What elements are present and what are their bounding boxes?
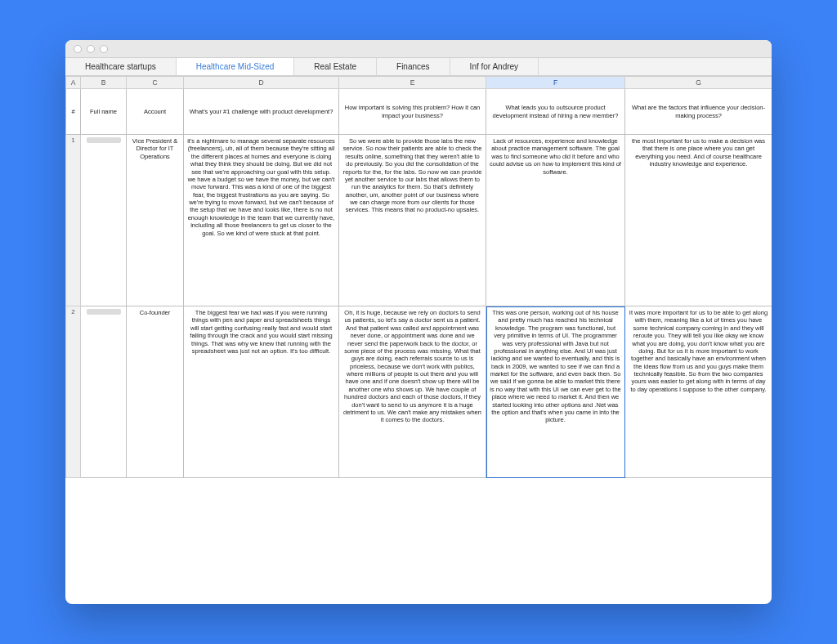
cell-q3[interactable]: This was one person, working out of his … — [486, 306, 625, 478]
app-window: Healthcare startups Healthcare Mid-Sized… — [65, 40, 772, 604]
tab-healthcare-startups[interactable]: Healthcare startups — [65, 58, 177, 75]
tab-real-estate[interactable]: Real Estate — [294, 58, 377, 75]
header-q1[interactable]: What's your #1 challenge with product de… — [184, 89, 339, 135]
header-q4[interactable]: What are the factors that influence your… — [625, 89, 772, 135]
sheet-tabs: Healthcare startups Healthcare Mid-Sized… — [65, 58, 772, 76]
col-header-a[interactable]: A — [66, 77, 81, 89]
column-header-row: A B C D E F G — [66, 77, 772, 89]
grid-table: A B C D E F G # Full name Account What's… — [65, 76, 772, 478]
table-row: 2 Co-founder The biggest fear we had was… — [66, 306, 772, 478]
cell-fullname[interactable] — [81, 135, 127, 306]
col-header-e[interactable]: E — [339, 77, 486, 89]
header-q3[interactable]: What leads you to outsource product deve… — [486, 89, 625, 135]
header-fullname[interactable]: Full name — [81, 89, 127, 135]
field-header-row: # Full name Account What's your #1 chall… — [66, 89, 772, 135]
cell-account[interactable]: Vice President & Director for IT Operati… — [127, 135, 184, 306]
window-titlebar — [65, 40, 772, 58]
header-num[interactable]: # — [66, 89, 81, 135]
col-header-b[interactable]: B — [81, 77, 127, 89]
cell-q1[interactable]: The biggest fear we had was if you were … — [184, 306, 339, 478]
col-header-f[interactable]: F — [486, 77, 625, 89]
cell-q2[interactable]: Oh, it is huge, because we rely on docto… — [339, 306, 486, 478]
redacted-name — [87, 137, 121, 143]
close-icon[interactable] — [74, 45, 82, 53]
cell-q1[interactable]: it's a nightmare to manage several separ… — [184, 135, 339, 306]
col-header-d[interactable]: D — [184, 77, 339, 89]
header-q2[interactable]: How important is solving this problem? H… — [339, 89, 486, 135]
table-row: 1 Vice President & Director for IT Opera… — [66, 135, 772, 306]
maximize-icon[interactable] — [100, 45, 108, 53]
redacted-name — [87, 309, 121, 315]
tab-inf-for-andrey[interactable]: Inf for Andrey — [450, 58, 539, 75]
spreadsheet-grid[interactable]: A B C D E F G # Full name Account What's… — [65, 76, 772, 604]
header-account[interactable]: Account — [127, 89, 184, 135]
cell-q3[interactable]: Lack of resources, experience and knowle… — [486, 135, 625, 306]
minimize-icon[interactable] — [87, 45, 95, 53]
tab-finances[interactable]: Finances — [377, 58, 450, 75]
cell-account[interactable]: Co-founder — [127, 306, 184, 478]
col-header-c[interactable]: C — [127, 77, 184, 89]
cell-q4[interactable]: the most important for us to make a deci… — [625, 135, 772, 306]
row-number[interactable]: 1 — [66, 135, 81, 306]
cell-q4[interactable]: It was more important for us to be able … — [625, 306, 772, 478]
cell-q2[interactable]: So we were able to provide those labs th… — [339, 135, 486, 306]
col-header-g[interactable]: G — [625, 77, 772, 89]
cell-fullname[interactable] — [81, 306, 127, 478]
row-number[interactable]: 2 — [66, 306, 81, 478]
tab-healthcare-mid-sized[interactable]: Healthcare Mid-Sized — [177, 58, 295, 75]
